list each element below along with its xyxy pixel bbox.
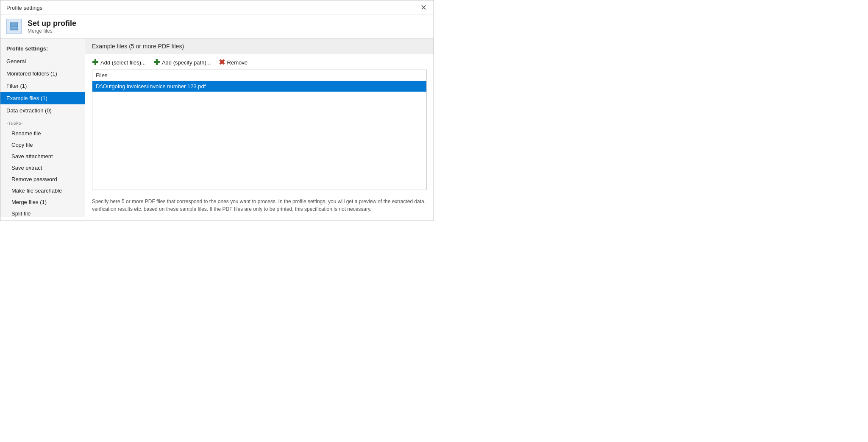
header-text: Set up profile Merge files [28, 19, 76, 34]
remove-label: Remove [227, 59, 248, 66]
file-list-items: D:\Outgoing invoices\Invoice number 123.… [92, 81, 426, 92]
header-main-title: Set up profile [28, 19, 76, 28]
sidebar-tasks: Rename fileCopy fileSave attachmentSave … [0, 128, 85, 217]
add-path-button[interactable]: ✚ Add (specify path)... [153, 59, 211, 66]
add-path-label: Add (specify path)... [162, 59, 211, 66]
tasks-label: -Tasks- [0, 117, 85, 128]
sidebar-task-remove-password[interactable]: Remove password [0, 173, 85, 185]
file-list-container: Files D:\Outgoing invoices\Invoice numbe… [92, 70, 427, 190]
file-list-item[interactable]: D:\Outgoing invoices\Invoice number 123.… [92, 81, 426, 92]
sidebar-task-save-extract[interactable]: Save extract [0, 162, 85, 173]
sidebar-task-rename-file[interactable]: Rename file [0, 128, 85, 139]
content-area: Example files (5 or more PDF files) ✚ Ad… [85, 39, 434, 217]
add-path-plus-icon: ✚ [153, 59, 160, 66]
svg-rect-3 [14, 28, 18, 30]
sidebar-task-split-file[interactable]: Split file [0, 208, 85, 217]
sidebar: Profile settings: GeneralMonitored folde… [0, 39, 85, 217]
add-select-label: Add (select files)... [100, 59, 146, 66]
add-select-plus-icon: ✚ [92, 59, 98, 66]
content-header: Example files (5 or more PDF files) [85, 39, 434, 54]
title-bar: Profile settings ✕ [0, 0, 434, 14]
sidebar-task-copy-file[interactable]: Copy file [0, 139, 85, 151]
sidebar-item-monitored-folders[interactable]: Monitored folders (1) [0, 67, 85, 80]
add-select-button[interactable]: ✚ Add (select files)... [92, 59, 146, 66]
toolbar: ✚ Add (select files)... ✚ Add (specify p… [85, 54, 434, 70]
remove-button[interactable]: ✖ Remove [219, 59, 248, 66]
svg-rect-0 [10, 22, 14, 27]
svg-rect-1 [14, 22, 18, 27]
file-list-header: Files [92, 70, 426, 81]
main-layout: Profile settings: GeneralMonitored folde… [0, 39, 434, 217]
remove-x-icon: ✖ [219, 59, 225, 66]
sidebar-item-data-extraction[interactable]: Data extraction (0) [0, 104, 85, 117]
sidebar-task-make-file-searchable[interactable]: Make file searchable [0, 185, 85, 196]
sidebar-item-filter[interactable]: Filter (1) [0, 80, 85, 92]
sidebar-task-merge-files[interactable]: Merge files (1) [0, 196, 85, 208]
sidebar-item-example-files[interactable]: Example files (1) [0, 92, 85, 104]
sidebar-label: Profile settings: [0, 43, 85, 55]
header-section: Set up profile Merge files [0, 14, 434, 39]
sidebar-task-save-attachment[interactable]: Save attachment [0, 151, 85, 162]
header-subtitle: Merge files [28, 28, 76, 34]
window-title: Profile settings [6, 5, 42, 11]
description-text: Specify here 5 or more PDF files that co… [85, 194, 434, 217]
sidebar-item-general[interactable]: General [0, 55, 85, 67]
sidebar-nav: GeneralMonitored folders (1)Filter (1)Ex… [0, 55, 85, 117]
profile-icon [6, 19, 22, 34]
svg-rect-2 [10, 28, 14, 30]
close-button[interactable]: ✕ [420, 4, 428, 11]
